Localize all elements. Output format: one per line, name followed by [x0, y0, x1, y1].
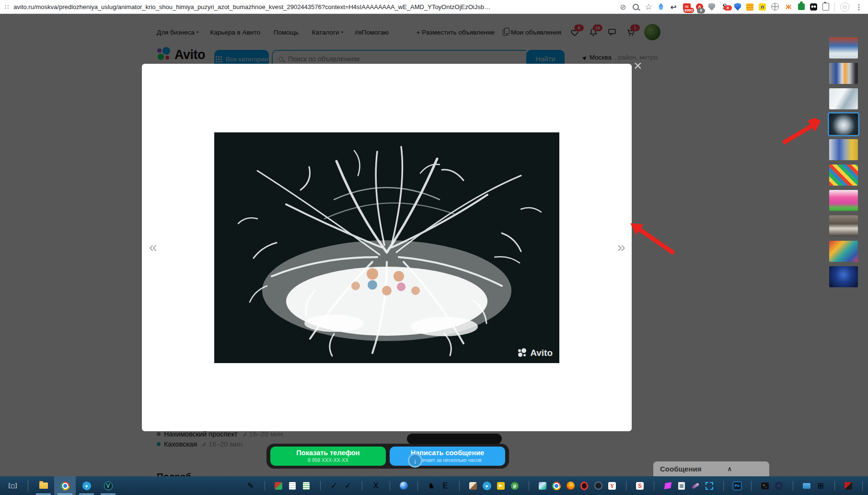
quill-icon[interactable]	[689, 480, 702, 492]
mail-extension-icon[interactable]: ✉ 6992	[683, 3, 691, 10]
telegram-icon[interactable]: ▸	[481, 480, 493, 492]
display-icon[interactable]	[800, 480, 813, 492]
letter-e-icon[interactable]: E	[439, 480, 451, 492]
thumb-balloon-party[interactable]	[829, 165, 858, 186]
photo-thumbnails	[829, 37, 858, 287]
crop-tool-icon[interactable]	[703, 480, 716, 492]
contact-action-bar: Показать телефон 8 958 XXX-XX-XX Написат…	[266, 444, 509, 469]
game-knight-icon[interactable]: ♞	[425, 480, 438, 492]
bookmark-star-icon[interactable]: ☆	[644, 2, 653, 11]
thumb-fire-show[interactable]	[829, 63, 858, 84]
orange-star-icon[interactable]: Ж	[784, 2, 793, 11]
thumb-neon-show[interactable]	[829, 266, 858, 287]
divider[interactable]	[314, 480, 326, 492]
thumb-paper-show-dark[interactable]	[829, 114, 858, 135]
globe-icon[interactable]	[771, 3, 779, 11]
browser-chrome: ∷ avito.ru/moskva/predlozheniya_uslug/an…	[0, 0, 868, 14]
plant-icon[interactable]	[272, 480, 285, 492]
photoshop-icon[interactable]: Ps	[731, 480, 743, 492]
check-orange-icon[interactable]: ✓	[342, 480, 354, 492]
n-extension-icon[interactable]: n	[759, 3, 766, 11]
divider[interactable]	[356, 480, 368, 492]
dark-eyes-extension-icon[interactable]	[810, 3, 817, 11]
notifications-blocked-icon[interactable]: ⊘	[619, 2, 627, 11]
dark-ring-icon[interactable]	[592, 480, 604, 492]
avito-watermark: Avito	[518, 348, 553, 358]
map-red-icon[interactable]	[842, 480, 855, 492]
firefox-icon[interactable]	[564, 480, 577, 492]
chevron-up-icon: ∧	[727, 465, 732, 472]
write-message-button[interactable]: Написать сообщение Отвечает за несколько…	[390, 447, 505, 466]
close-lightbox-button[interactable]: ×	[634, 59, 642, 73]
pen-icon[interactable]: ✎	[244, 480, 257, 492]
utorrent-icon[interactable]: µ	[509, 480, 521, 492]
toolbar-divider[interactable]	[834, 2, 835, 11]
divider[interactable]	[648, 480, 660, 492]
savefrom-icon[interactable]: S 0	[720, 2, 729, 11]
photos-icon[interactable]	[536, 480, 549, 492]
paper-show-photo	[214, 132, 559, 363]
task-view-button[interactable]: [□]	[2, 476, 23, 495]
browser-menu-icon[interactable]: ⋮	[855, 2, 863, 11]
previous-photo-button[interactable]: «	[149, 240, 157, 254]
thumb-pink-costumes[interactable]	[829, 190, 858, 211]
photo-lightbox: Avito	[142, 64, 632, 431]
taskbar-separator[interactable]	[28, 480, 28, 492]
avito-watermark-dots-icon	[518, 348, 527, 358]
show-phone-button[interactable]: Показать телефон 8 958 XXX-XX-XX	[270, 447, 386, 466]
thumb-paper-show-light[interactable]	[829, 88, 858, 109]
chrome-app[interactable]	[54, 476, 76, 495]
spreadsheet-icon[interactable]	[300, 480, 312, 492]
telegram-app[interactable]: ▸	[76, 476, 97, 495]
magenta-shape-icon[interactable]	[661, 480, 674, 492]
boots-icon[interactable]	[467, 480, 479, 492]
divider[interactable]	[258, 480, 271, 492]
divider[interactable]	[828, 480, 841, 492]
divider[interactable]	[383, 480, 396, 492]
yandex-icon[interactable]: Y	[606, 480, 618, 492]
clipboard-extension-icon[interactable]	[822, 3, 829, 11]
messages-panel[interactable]: Сообщения ∧	[653, 461, 769, 476]
adblock-extension-icon[interactable]: A 8	[696, 3, 703, 11]
profile-avatar-icon[interactable]: ☺	[840, 2, 849, 12]
divider[interactable]	[411, 480, 424, 492]
divider[interactable]	[787, 480, 799, 492]
document-icon[interactable]	[286, 480, 299, 492]
scroll-down-fab[interactable]: ↓	[408, 453, 422, 468]
url-bar[interactable]: avito.ru/moskva/predlozheniya_uslug/anim…	[13, 3, 490, 11]
excel-x-icon[interactable]: X	[370, 480, 382, 492]
divider[interactable]	[522, 480, 535, 492]
thumb-playroom-party[interactable]	[829, 241, 858, 262]
terminal-icon[interactable]: >_	[759, 480, 771, 492]
divider[interactable]	[620, 480, 632, 492]
drop-extension-icon[interactable]	[658, 3, 664, 11]
divider[interactable]	[856, 480, 868, 492]
puzzle-green-icon[interactable]	[798, 3, 805, 10]
thumb-cryo-show-crowd[interactable]	[829, 37, 858, 59]
divider[interactable]	[717, 480, 729, 492]
s-red-icon[interactable]: S	[634, 480, 646, 492]
chrome-icon[interactable]	[550, 480, 563, 492]
thumb-party-table[interactable]	[829, 215, 858, 236]
back-arrow-extension-icon[interactable]: ↩	[669, 2, 678, 11]
listing-photo[interactable]: Avito	[214, 132, 559, 363]
opera-icon[interactable]	[578, 480, 590, 492]
shield-blue-icon[interactable]	[734, 3, 741, 11]
next-photo-button[interactable]: »	[617, 240, 625, 254]
check-green-icon[interactable]: ✓	[328, 480, 340, 492]
divider[interactable]	[745, 480, 757, 492]
play-yellow-icon[interactable]: ▶	[495, 480, 507, 492]
notes-yellow-icon[interactable]	[746, 3, 753, 11]
zoom-lens-icon[interactable]	[633, 4, 639, 10]
shield-gray-icon[interactable]	[708, 3, 715, 11]
file-explorer-app[interactable]	[33, 476, 54, 495]
v-browser-app[interactable]: V	[97, 476, 119, 495]
headphones-icon[interactable]: ∩	[773, 480, 785, 492]
tab-strip-icon[interactable]: ∷	[5, 3, 9, 11]
calculator-icon[interactable]: ▦	[675, 480, 688, 492]
windows-tiles-icon[interactable]: ⊞	[814, 480, 827, 492]
thumb-transformer-animator[interactable]	[829, 139, 858, 160]
sphere-icon[interactable]	[397, 480, 410, 492]
divider[interactable]	[453, 480, 465, 492]
extension-toolbar: ⊘ ☆ ↩	[619, 2, 863, 12]
